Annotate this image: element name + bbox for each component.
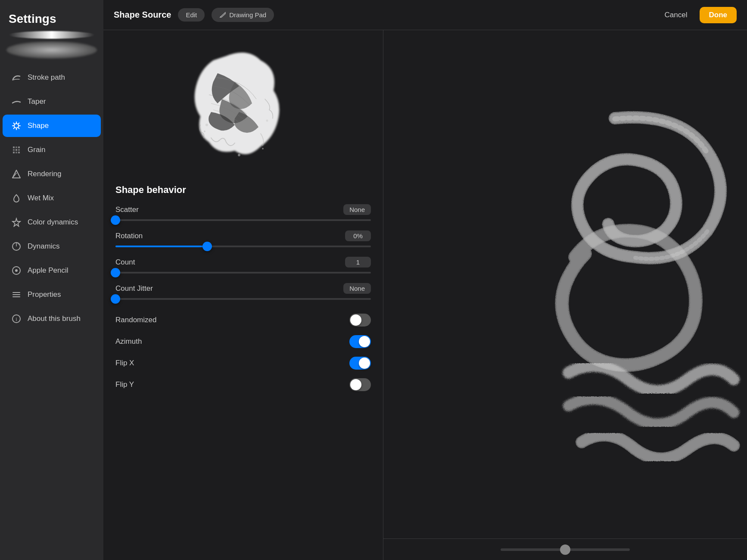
svg-line-8 — [14, 128, 15, 128]
sidebar-item-wet-mix[interactable]: Wet Mix — [3, 187, 101, 209]
count-slider[interactable] — [115, 272, 371, 274]
edit-button[interactable]: Edit — [178, 8, 205, 22]
sidebar-item-label-stroke-path: Stroke path — [28, 73, 65, 82]
svg-text:i: i — [16, 316, 17, 322]
rotation-slider[interactable] — [115, 246, 371, 247]
sidebar-item-label-grain: Grain — [28, 146, 46, 154]
about-icon: i — [11, 314, 22, 324]
sidebar-item-shape[interactable]: Shape — [3, 115, 101, 137]
azimuth-toggle[interactable] — [349, 335, 371, 348]
svg-rect-16 — [16, 152, 17, 153]
scatter-value: None — [343, 204, 371, 215]
svg-rect-13 — [16, 149, 17, 151]
sidebar-item-stroke-path[interactable]: Stroke path — [3, 66, 101, 89]
svg-rect-12 — [13, 149, 15, 151]
shape-icon — [11, 121, 22, 131]
shape-behavior-title: Shape behavior — [115, 181, 371, 196]
svg-point-33 — [238, 154, 240, 156]
header: Shape Source Edit Drawing Pad Cancel Don… — [103, 0, 747, 30]
properties-icon — [11, 289, 22, 300]
svg-point-31 — [266, 120, 268, 122]
sidebar-item-label-properties: Properties — [28, 290, 61, 299]
rotation-value: 0% — [345, 230, 371, 241]
grain-icon — [11, 145, 22, 155]
main-panel: Shape Source Edit Drawing Pad Cancel Don… — [103, 0, 747, 560]
taper-icon — [11, 96, 22, 107]
svg-line-5 — [14, 123, 15, 124]
sidebar-item-label-shape: Shape — [28, 121, 49, 130]
rotation-setting: Rotation 0% — [115, 230, 371, 247]
brush-preview — [0, 31, 103, 65]
svg-rect-11 — [18, 146, 20, 148]
count-setting: Count 1 — [115, 257, 371, 274]
scatter-slider[interactable] — [115, 219, 371, 221]
color-dynamics-icon — [11, 217, 22, 227]
flip-x-toggle[interactable] — [349, 357, 371, 370]
sidebar-item-color-dynamics[interactable]: Color dynamics — [3, 211, 101, 233]
sidebar-title: Settings — [0, 0, 103, 31]
content-area: Shape behavior Scatter None Rotation — [103, 30, 747, 560]
flip-y-label: Flip Y — [115, 380, 134, 389]
sidebar-item-taper[interactable]: Taper — [3, 90, 101, 113]
shape-source-title: Shape Source — [114, 10, 171, 20]
count-jitter-slider[interactable] — [115, 298, 371, 300]
svg-rect-10 — [16, 146, 17, 148]
sidebar-item-grain[interactable]: Grain — [3, 139, 101, 161]
randomized-toggle-row: Randomized — [115, 309, 371, 331]
done-button[interactable]: Done — [700, 7, 737, 23]
stroke-path-icon — [11, 72, 22, 83]
flip-x-toggle-row: Flip X — [115, 352, 371, 374]
dynamics-icon — [11, 241, 22, 252]
sidebar-item-rendering[interactable]: Rendering — [3, 163, 101, 185]
sidebar-item-about[interactable]: i About this brush — [3, 308, 101, 330]
randomized-label: Randomized — [115, 316, 156, 324]
cancel-button[interactable]: Cancel — [660, 7, 693, 23]
rotation-label: Rotation — [115, 232, 143, 240]
sidebar-item-label-rendering: Rendering — [28, 170, 61, 178]
brush-preview-canvas-svg — [383, 30, 747, 560]
apple-pencil-icon — [11, 265, 22, 276]
flip-y-toggle[interactable] — [349, 378, 371, 391]
flip-y-toggle-row: Flip Y — [115, 374, 371, 395]
svg-point-29 — [205, 124, 208, 126]
brush-preview-thin — [9, 31, 95, 39]
sidebar-item-label-dynamics: Dynamics — [28, 242, 60, 251]
svg-rect-17 — [18, 152, 20, 153]
rendering-icon — [11, 169, 22, 179]
sidebar-item-label-about: About this brush — [28, 314, 81, 323]
sidebar-item-apple-pencil[interactable]: Apple Pencil — [3, 259, 101, 282]
svg-point-32 — [262, 148, 264, 149]
svg-rect-14 — [18, 149, 20, 151]
svg-rect-9 — [13, 146, 15, 148]
settings-panel: Shape behavior Scatter None Rotation — [103, 30, 383, 560]
wet-mix-icon — [11, 193, 22, 203]
brush-preview-wide — [6, 41, 97, 59]
sidebar-item-properties[interactable]: Properties — [3, 283, 101, 306]
shape-behavior-section: Shape behavior Scatter None Rotation — [115, 181, 371, 395]
scatter-setting: Scatter None — [115, 204, 371, 221]
sidebar-item-dynamics[interactable]: Dynamics — [3, 235, 101, 258]
count-label: Count — [115, 258, 135, 267]
shape-preview-container — [115, 30, 371, 181]
scatter-label: Scatter — [115, 205, 139, 214]
sidebar-item-label-apple-pencil: Apple Pencil — [28, 266, 68, 275]
sidebar-nav: Stroke path Taper — [0, 65, 103, 560]
svg-line-6 — [18, 128, 19, 128]
svg-point-30 — [204, 131, 205, 132]
svg-point-23 — [15, 269, 18, 272]
sidebar-item-label-wet-mix: Wet Mix — [28, 194, 54, 202]
azimuth-label: Azimuth — [115, 337, 142, 346]
bottom-size-slider[interactable] — [501, 548, 630, 551]
sidebar-item-label-taper: Taper — [28, 97, 46, 106]
svg-rect-15 — [13, 152, 15, 153]
drawing-pad-button[interactable]: Drawing Pad — [212, 8, 274, 22]
shape-preview-image — [174, 39, 312, 172]
azimuth-toggle-row: Azimuth — [115, 331, 371, 352]
drawing-pad-icon — [219, 12, 226, 19]
count-jitter-setting: Count Jitter None — [115, 283, 371, 300]
canvas-area — [383, 30, 747, 560]
randomized-toggle[interactable] — [349, 314, 371, 327]
svg-point-0 — [14, 124, 19, 128]
bottom-bar — [383, 538, 747, 560]
count-jitter-label: Count Jitter — [115, 284, 153, 293]
